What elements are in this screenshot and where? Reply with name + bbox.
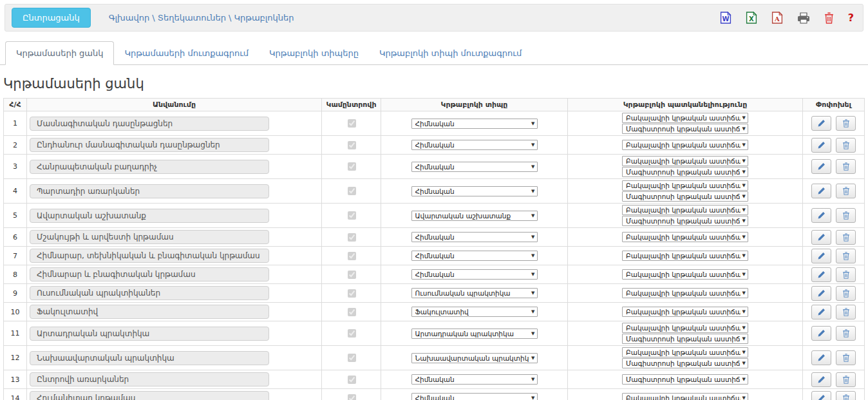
delete-button[interactable]: [836, 208, 856, 223]
optional-checkbox[interactable]: [348, 376, 356, 384]
block-type-select[interactable]: Ուսումնական պրակտիկա ▼: [411, 288, 538, 298]
belonging-select[interactable]: Բակալավրի կրթական աստիճան▼: [622, 180, 748, 191]
delete-button[interactable]: [836, 267, 856, 282]
excel-export-icon[interactable]: X: [746, 12, 757, 24]
name-input[interactable]: [30, 267, 269, 281]
name-input[interactable]: [30, 351, 269, 365]
optional-checkbox[interactable]: [348, 329, 356, 338]
help-icon[interactable]: ?: [848, 12, 854, 24]
edit-button[interactable]: [811, 184, 831, 198]
name-input[interactable]: [30, 372, 269, 386]
belonging-select[interactable]: Մագիստրոսի կրթական աստիճան▼: [622, 191, 748, 202]
name-input[interactable]: [30, 117, 269, 131]
name-input[interactable]: [30, 391, 269, 400]
belonging-select[interactable]: Մագիստրոսի կրթական աստիճան▼: [622, 334, 748, 344]
block-type-select[interactable]: Հիմնական ▼: [411, 232, 538, 242]
edit-button[interactable]: [811, 159, 831, 174]
belonging-select[interactable]: Մագիստրոսի կրթական աստիճան▼: [622, 167, 748, 177]
belonging-select[interactable]: Բակալավրի կրթական աստիճան▼: [622, 113, 748, 123]
breadcrumb-home[interactable]: Գլխավոր: [109, 13, 149, 23]
block-type-select[interactable]: Նախաավարտական պրակտիկա ▼: [411, 353, 538, 363]
name-input[interactable]: [30, 286, 269, 300]
delete-button[interactable]: [836, 286, 856, 301]
name-input[interactable]: [30, 305, 269, 319]
delete-button[interactable]: [836, 350, 856, 365]
optional-checkbox[interactable]: [348, 308, 356, 316]
belonging-select[interactable]: Մագիստրոսի կրթական աստիճան▼: [622, 358, 748, 368]
block-type-select[interactable]: Հիմնական ▼: [411, 374, 538, 385]
block-type-select[interactable]: Հիմնական ▼: [411, 393, 538, 400]
edit-button[interactable]: [811, 350, 831, 365]
delete-button[interactable]: [836, 230, 856, 245]
edit-button[interactable]: [811, 267, 831, 282]
optional-checkbox[interactable]: [348, 271, 356, 279]
tab-block-list[interactable]: Կրթամասերի ցանկ: [5, 41, 114, 65]
edit-button[interactable]: [811, 391, 831, 400]
belonging-select[interactable]: Բակալավրի կրթական աստիճան▼: [622, 323, 748, 333]
belonging-select[interactable]: Բակալավրի կրթական աստիճան▼: [622, 347, 748, 357]
delete-button[interactable]: [836, 138, 856, 153]
name-input[interactable]: [30, 327, 269, 341]
name-input[interactable]: [30, 160, 269, 174]
optional-checkbox[interactable]: [348, 162, 356, 171]
belonging-select[interactable]: Բակալավրի կրթական աստիճան▼: [622, 269, 748, 280]
name-input[interactable]: [30, 209, 269, 223]
block-type-select[interactable]: Հիմնական ▼: [411, 186, 538, 196]
optional-checkbox[interactable]: [348, 141, 356, 149]
optional-checkbox[interactable]: [348, 252, 356, 260]
edit-button[interactable]: [811, 138, 831, 153]
belonging-select[interactable]: Բակալավրի կրթական աստիճան▼: [622, 205, 748, 215]
belonging-select[interactable]: Բակալավրի կրթական աստիճան▼: [622, 251, 748, 261]
delete-button[interactable]: [836, 116, 856, 131]
menu-button[interactable]: Ընտրացանկ: [12, 8, 91, 28]
edit-button[interactable]: [811, 230, 831, 245]
belonging-select[interactable]: Բակալավրի կրթական աստիճան▼: [622, 288, 748, 298]
belonging-select[interactable]: Բակալավրի կրթական աստիճան▼: [622, 140, 748, 150]
optional-checkbox[interactable]: [348, 211, 356, 220]
delete-button[interactable]: [836, 372, 856, 387]
belonging-select[interactable]: Բակալավրի կրթական աստիճան▼: [622, 232, 748, 242]
belonging-select[interactable]: Բակալավրի կրթական աստիճան▼: [622, 393, 748, 400]
tab-block-type-entry[interactable]: Կրթաբլոկի տիպի մուտքագրում: [369, 42, 532, 64]
word-export-icon[interactable]: W: [720, 12, 731, 24]
edit-button[interactable]: [811, 116, 831, 131]
optional-checkbox[interactable]: [348, 187, 356, 195]
edit-button[interactable]: [811, 326, 831, 341]
delete-button[interactable]: [836, 326, 856, 341]
name-input[interactable]: [30, 249, 269, 263]
edit-button[interactable]: [811, 286, 831, 301]
delete-button[interactable]: [836, 305, 856, 319]
block-type-select[interactable]: Ֆակուլտատիվ ▼: [411, 307, 538, 317]
delete-icon[interactable]: [824, 12, 834, 24]
belonging-select[interactable]: Մագիստրոսի կրթական աստիճան▼: [622, 374, 748, 385]
breadcrumb-current[interactable]: Կրթաբլոկներ: [234, 13, 294, 23]
belonging-select[interactable]: Բակալավրի կրթական աստիճան▼: [622, 156, 748, 166]
block-type-select[interactable]: Հիմնական ▼: [411, 140, 538, 150]
belonging-select[interactable]: Մագիստրոսի կրթական աստիճան▼: [622, 216, 748, 226]
optional-checkbox[interactable]: [348, 233, 356, 242]
delete-button[interactable]: [836, 391, 856, 400]
block-type-select[interactable]: Արտադրական պրակտիկա ▼: [411, 329, 538, 339]
tab-block-entry[interactable]: Կրթամասերի մուտքագրում: [114, 42, 259, 64]
name-input[interactable]: [30, 138, 269, 152]
block-type-select[interactable]: Հիմնական ▼: [411, 269, 538, 280]
pdf-export-icon[interactable]: A: [771, 12, 783, 24]
breadcrumb-references[interactable]: Տեղեկատուներ: [158, 13, 226, 23]
tab-block-types[interactable]: Կրթաբլոկի տիպերը: [259, 42, 369, 64]
delete-button[interactable]: [836, 159, 856, 174]
block-type-select[interactable]: Հիմնական ▼: [411, 251, 538, 261]
edit-button[interactable]: [811, 372, 831, 387]
edit-button[interactable]: [811, 249, 831, 263]
delete-button[interactable]: [836, 249, 856, 263]
edit-button[interactable]: [811, 305, 831, 319]
block-type-select[interactable]: Ավարտական աշխատանք ▼: [411, 211, 538, 221]
optional-checkbox[interactable]: [348, 289, 356, 298]
optional-checkbox[interactable]: [348, 354, 356, 362]
optional-checkbox[interactable]: [348, 394, 356, 400]
optional-checkbox[interactable]: [348, 119, 356, 128]
block-type-select[interactable]: Հիմնական ▼: [411, 162, 538, 172]
name-input[interactable]: [30, 184, 269, 198]
belonging-select[interactable]: Մագիստրոսի կրթական աստիճան▼: [622, 124, 748, 134]
belonging-select[interactable]: Բակալավրի կրթական աստիճան▼: [622, 307, 748, 317]
block-type-select[interactable]: Հիմնական ▼: [411, 119, 538, 129]
